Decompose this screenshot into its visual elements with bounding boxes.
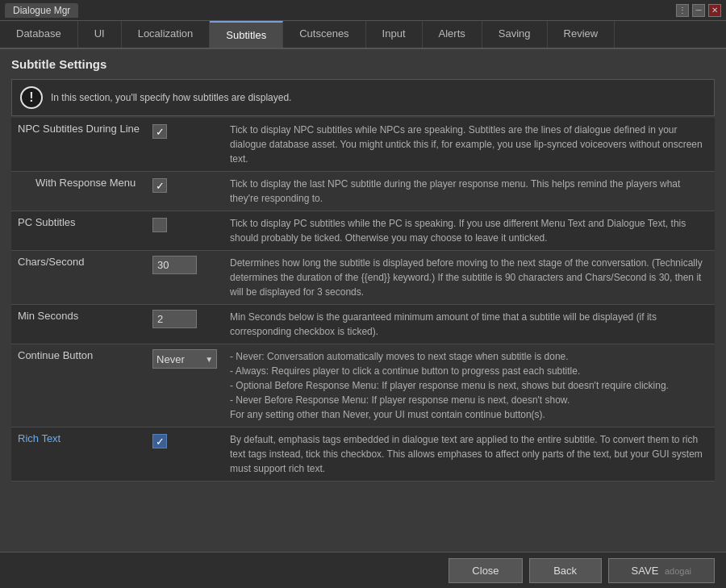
tab-database[interactable]: Database xyxy=(0,21,78,48)
save-label: SAVE xyxy=(632,565,659,577)
control-response-menu xyxy=(146,172,223,211)
menu-btn[interactable]: ⋮ xyxy=(676,4,689,17)
tab-subtitles[interactable]: Subtitles xyxy=(210,21,283,48)
label-rich-text: Rich Text xyxy=(11,427,146,482)
checkbox-rich-text[interactable] xyxy=(152,434,167,448)
desc-chars-second: Determines how long the subtitle is disp… xyxy=(223,251,715,305)
info-box: ! In this section, you'll specify how su… xyxy=(11,79,715,116)
checkbox-pc-subtitles[interactable] xyxy=(152,218,167,232)
info-icon: ! xyxy=(20,86,43,109)
table-row: Rich Text By default, emphasis tags embe… xyxy=(11,427,715,482)
desc-response-menu: Tick to display the last NPC subtitle du… xyxy=(223,172,715,211)
table-row: NPC Subtitles During Line Tick to displa… xyxy=(11,118,715,172)
control-rich-text xyxy=(146,427,223,482)
tab-localization[interactable]: Localization xyxy=(122,21,211,48)
tab-review[interactable]: Review xyxy=(548,21,615,48)
tab-cutscenes[interactable]: Cutscenes xyxy=(283,21,365,48)
label-min-seconds: Min Seconds xyxy=(11,305,146,344)
input-min-seconds[interactable] xyxy=(152,310,197,328)
label-chars-second: Chars/Second xyxy=(11,251,146,305)
settings-table: NPC Subtitles During Line Tick to displa… xyxy=(11,118,715,482)
control-pc-subtitles xyxy=(146,211,223,251)
table-row: Min Seconds Min Seconds below is the gua… xyxy=(11,305,715,344)
back-button[interactable]: Back xyxy=(529,558,602,583)
table-row: Continue Button Never ▼ - Never: Convers… xyxy=(11,344,715,427)
tab-ui[interactable]: UI xyxy=(78,21,122,48)
desc-rich-text: By default, emphasis tags embedded in di… xyxy=(223,427,715,482)
desc-continue-btn: - Never: Conversation automatically move… xyxy=(223,344,715,427)
section-title: Subtitle Settings xyxy=(11,57,715,71)
minimize-btn[interactable]: ─ xyxy=(692,4,705,17)
label-response-menu: With Response Menu xyxy=(11,172,146,211)
tab-saving[interactable]: Saving xyxy=(482,21,548,48)
dropdown-continue-btn[interactable]: Never ▼ xyxy=(152,349,217,369)
tab-input[interactable]: Input xyxy=(366,21,423,48)
checkbox-npc-subtitles[interactable] xyxy=(152,124,167,139)
dropdown-continue-value: Never xyxy=(156,353,205,365)
desc-pc-subtitles: Tick to display PC subtitles while the P… xyxy=(223,211,715,251)
title-tab[interactable]: Dialogue Mgr xyxy=(5,3,78,18)
main-content: Subtitle Settings ! In this section, you… xyxy=(0,49,726,490)
bottom-bar: Close Back SAVE adogai xyxy=(0,552,726,588)
title-bar-left: Dialogue Mgr xyxy=(5,3,78,18)
desc-npc-subtitles: Tick to display NPC subtitles while NPCs… xyxy=(223,118,715,172)
checkbox-response-menu[interactable] xyxy=(152,178,167,193)
control-min-seconds xyxy=(146,305,223,344)
label-pc-subtitles: PC Subtitles xyxy=(11,211,146,251)
label-continue-btn: Continue Button xyxy=(11,344,146,427)
save-button[interactable]: SAVE adogai xyxy=(608,558,715,583)
input-chars-second[interactable] xyxy=(152,256,197,274)
table-row: Chars/Second Determines how long the sub… xyxy=(11,251,715,305)
close-window-btn[interactable]: ✕ xyxy=(708,4,721,17)
nav-tabs: Database UI Localization Subtitles Cutsc… xyxy=(0,21,726,49)
watermark-text: adogai xyxy=(665,566,691,576)
desc-min-seconds: Min Seconds below is the guaranteed mini… xyxy=(223,305,715,344)
table-row: With Response Menu Tick to display the l… xyxy=(11,172,715,211)
chevron-down-icon: ▼ xyxy=(205,355,213,364)
control-chars-second xyxy=(146,251,223,305)
label-npc-subtitles: NPC Subtitles During Line xyxy=(11,118,146,172)
info-text: In this section, you'll specify how subt… xyxy=(51,92,291,103)
control-continue-btn: Never ▼ xyxy=(146,344,223,427)
table-row: PC Subtitles Tick to display PC subtitle… xyxy=(11,211,715,251)
close-button[interactable]: Close xyxy=(449,558,522,583)
title-bar: Dialogue Mgr ⋮ ─ ✕ xyxy=(0,0,726,21)
title-bar-controls: ⋮ ─ ✕ xyxy=(676,4,721,17)
tab-alerts[interactable]: Alerts xyxy=(423,21,482,48)
control-npc-subtitles xyxy=(146,118,223,172)
